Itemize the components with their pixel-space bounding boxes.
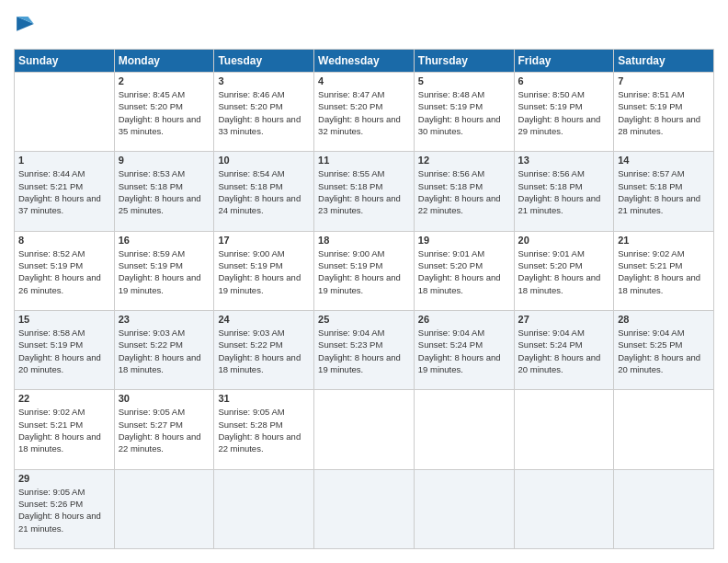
empty-cell <box>514 390 614 469</box>
day-info: Sunrise: 8:54 AMSunset: 5:18 PMDaylight:… <box>218 167 310 216</box>
day-header-wednesday: Wednesday <box>314 50 415 73</box>
day-number: 5 <box>418 75 510 86</box>
empty-cell <box>314 390 415 469</box>
day-cell-20: 20Sunrise: 9:01 AMSunset: 5:20 PMDayligh… <box>514 231 614 310</box>
day-cell-31: 31Sunrise: 9:05 AMSunset: 5:28 PMDayligh… <box>214 390 314 469</box>
day-number: 19 <box>418 235 510 246</box>
logo-icon <box>14 14 40 40</box>
day-info: Sunrise: 9:02 AMSunset: 5:21 PMDaylight:… <box>18 406 110 454</box>
day-info: Sunrise: 8:53 AMSunset: 5:18 PMDaylight:… <box>119 167 210 216</box>
day-info: Sunrise: 9:03 AMSunset: 5:22 PMDaylight:… <box>218 327 310 375</box>
day-cell-24: 24Sunrise: 9:03 AMSunset: 5:22 PMDayligh… <box>214 310 314 389</box>
day-number: 13 <box>518 155 610 166</box>
day-number: 21 <box>618 235 710 246</box>
empty-cell <box>214 469 314 548</box>
day-number: 7 <box>618 75 710 86</box>
day-number: 23 <box>119 314 210 325</box>
day-info: Sunrise: 8:47 AMSunset: 5:20 PMDaylight:… <box>318 88 410 137</box>
day-number: 20 <box>518 235 610 246</box>
day-number: 2 <box>119 75 210 86</box>
empty-cell <box>314 469 415 548</box>
day-info: Sunrise: 8:48 AMSunset: 5:19 PMDaylight:… <box>418 88 510 137</box>
day-info: Sunrise: 9:03 AMSunset: 5:22 PMDaylight:… <box>119 327 210 375</box>
day-cell-12: 12Sunrise: 8:56 AMSunset: 5:18 PMDayligh… <box>414 152 514 231</box>
day-number: 14 <box>618 155 710 166</box>
day-info: Sunrise: 9:00 AMSunset: 5:19 PMDaylight:… <box>218 247 310 296</box>
day-info: Sunrise: 9:02 AMSunset: 5:21 PMDaylight:… <box>618 247 710 296</box>
day-number: 8 <box>18 235 110 246</box>
day-cell-22: 22Sunrise: 9:02 AMSunset: 5:21 PMDayligh… <box>15 390 115 469</box>
day-cell-21: 21Sunrise: 9:02 AMSunset: 5:21 PMDayligh… <box>614 231 714 310</box>
day-info: Sunrise: 8:50 AMSunset: 5:19 PMDaylight:… <box>518 88 610 137</box>
day-number: 15 <box>18 314 110 325</box>
day-info: Sunrise: 9:05 AMSunset: 5:28 PMDaylight:… <box>218 406 310 454</box>
day-header-monday: Monday <box>114 50 214 73</box>
day-number: 9 <box>119 155 210 166</box>
day-cell-13: 13Sunrise: 8:56 AMSunset: 5:18 PMDayligh… <box>514 152 614 231</box>
day-cell-27: 27Sunrise: 9:04 AMSunset: 5:24 PMDayligh… <box>514 310 614 389</box>
day-number: 10 <box>218 155 310 166</box>
day-number: 1 <box>18 155 110 166</box>
calendar-row-5: 22Sunrise: 9:02 AMSunset: 5:21 PMDayligh… <box>15 390 714 469</box>
empty-cell <box>414 469 514 548</box>
header <box>14 14 714 40</box>
day-info: Sunrise: 9:05 AMSunset: 5:27 PMDaylight:… <box>119 406 210 454</box>
day-number: 25 <box>318 314 410 325</box>
day-number: 6 <box>518 75 610 86</box>
calendar-row-2: 1Sunrise: 8:44 AMSunset: 5:21 PMDaylight… <box>15 152 714 231</box>
day-cell-3: 3Sunrise: 8:46 AMSunset: 5:20 PMDaylight… <box>214 73 314 152</box>
day-cell-4: 4Sunrise: 8:47 AMSunset: 5:20 PMDaylight… <box>314 73 415 152</box>
calendar-row-4: 15Sunrise: 8:58 AMSunset: 5:19 PMDayligh… <box>15 310 714 389</box>
day-number: 24 <box>218 314 310 325</box>
calendar-row-1: 2Sunrise: 8:45 AMSunset: 5:20 PMDaylight… <box>15 73 714 152</box>
day-cell-14: 14Sunrise: 8:57 AMSunset: 5:18 PMDayligh… <box>614 152 714 231</box>
calendar: SundayMondayTuesdayWednesdayThursdayFrid… <box>14 49 714 549</box>
day-info: Sunrise: 8:56 AMSunset: 5:18 PMDaylight:… <box>518 167 610 216</box>
day-cell-6: 6Sunrise: 8:50 AMSunset: 5:19 PMDaylight… <box>514 73 614 152</box>
day-info: Sunrise: 9:01 AMSunset: 5:20 PMDaylight:… <box>518 247 610 296</box>
day-cell-1: 1Sunrise: 8:44 AMSunset: 5:21 PMDaylight… <box>15 152 115 231</box>
day-header-tuesday: Tuesday <box>214 50 314 73</box>
day-info: Sunrise: 8:56 AMSunset: 5:18 PMDaylight:… <box>418 167 510 216</box>
day-info: Sunrise: 8:55 AMSunset: 5:18 PMDaylight:… <box>318 167 410 216</box>
day-number: 3 <box>218 75 310 86</box>
day-number: 4 <box>318 75 410 86</box>
day-number: 16 <box>119 235 210 246</box>
empty-cell <box>114 469 214 548</box>
day-cell-23: 23Sunrise: 9:03 AMSunset: 5:22 PMDayligh… <box>114 310 214 389</box>
day-cell-28: 28Sunrise: 9:04 AMSunset: 5:25 PMDayligh… <box>614 310 714 389</box>
day-cell-9: 9Sunrise: 8:53 AMSunset: 5:18 PMDaylight… <box>114 152 214 231</box>
empty-cell <box>614 390 714 469</box>
day-cell-10: 10Sunrise: 8:54 AMSunset: 5:18 PMDayligh… <box>214 152 314 231</box>
day-number: 17 <box>218 235 310 246</box>
empty-cell <box>614 469 714 548</box>
day-info: Sunrise: 8:57 AMSunset: 5:18 PMDaylight:… <box>618 167 710 216</box>
day-info: Sunrise: 8:51 AMSunset: 5:19 PMDaylight:… <box>618 88 710 137</box>
day-cell-25: 25Sunrise: 9:04 AMSunset: 5:23 PMDayligh… <box>314 310 415 389</box>
day-header-thursday: Thursday <box>414 50 514 73</box>
day-info: Sunrise: 8:45 AMSunset: 5:20 PMDaylight:… <box>119 88 210 137</box>
day-info: Sunrise: 8:46 AMSunset: 5:20 PMDaylight:… <box>218 88 310 137</box>
day-number: 11 <box>318 155 410 166</box>
empty-cell <box>15 73 115 152</box>
day-number: 26 <box>418 314 510 325</box>
day-number: 12 <box>418 155 510 166</box>
day-number: 22 <box>18 393 110 404</box>
day-cell-17: 17Sunrise: 9:00 AMSunset: 5:19 PMDayligh… <box>214 231 314 310</box>
day-info: Sunrise: 8:58 AMSunset: 5:19 PMDaylight:… <box>18 327 110 375</box>
day-cell-19: 19Sunrise: 9:01 AMSunset: 5:20 PMDayligh… <box>414 231 514 310</box>
day-info: Sunrise: 9:04 AMSunset: 5:24 PMDaylight:… <box>418 327 510 375</box>
day-cell-8: 8Sunrise: 8:52 AMSunset: 5:19 PMDaylight… <box>15 231 115 310</box>
day-header-sunday: Sunday <box>15 50 115 73</box>
day-cell-29: 29Sunrise: 9:05 AMSunset: 5:26 PMDayligh… <box>15 469 115 548</box>
logo <box>14 14 43 40</box>
empty-cell <box>514 469 614 548</box>
page: SundayMondayTuesdayWednesdayThursdayFrid… <box>0 0 728 563</box>
day-header-friday: Friday <box>514 50 614 73</box>
day-number: 28 <box>618 314 710 325</box>
day-cell-7: 7Sunrise: 8:51 AMSunset: 5:19 PMDaylight… <box>614 73 714 152</box>
day-cell-11: 11Sunrise: 8:55 AMSunset: 5:18 PMDayligh… <box>314 152 415 231</box>
calendar-row-3: 8Sunrise: 8:52 AMSunset: 5:19 PMDaylight… <box>15 231 714 310</box>
day-info: Sunrise: 9:04 AMSunset: 5:24 PMDaylight:… <box>518 327 610 375</box>
day-number: 29 <box>18 473 110 484</box>
